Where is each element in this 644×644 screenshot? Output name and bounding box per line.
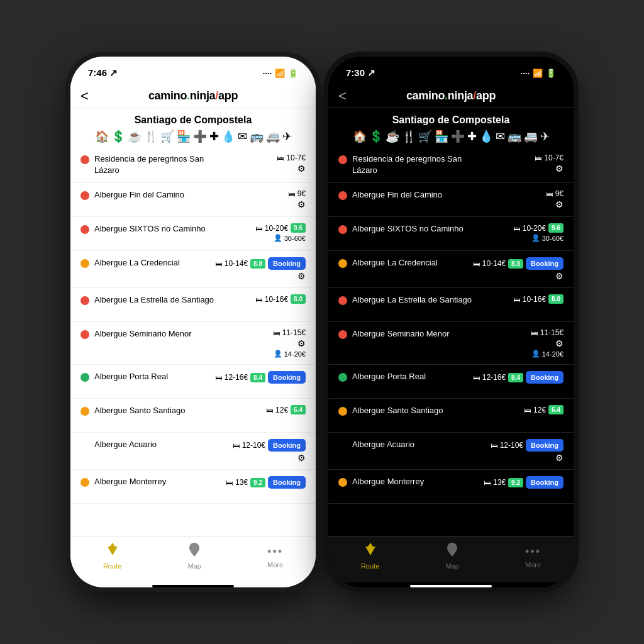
status-dot bbox=[80, 259, 89, 268]
bed-icon: 🛏 bbox=[524, 406, 531, 414]
booking-button[interactable]: Booking bbox=[268, 257, 306, 270]
booking-button[interactable]: Booking bbox=[526, 371, 564, 384]
tab-route[interactable]: Route bbox=[361, 541, 379, 570]
back-button[interactable]: < bbox=[338, 88, 347, 104]
amenity-icon: ➕ bbox=[193, 130, 207, 143]
amenity-icon: 💧 bbox=[479, 130, 493, 143]
list-item[interactable]: Residencia de peregrinos San Lázaro 🛏 10… bbox=[70, 147, 316, 183]
tab-route[interactable]: Route bbox=[103, 541, 121, 570]
price-row: 🛏 12-10€ Booking bbox=[233, 439, 306, 452]
list-item[interactable]: Albergue Seminario Menor 🛏 11-15€ ⚙ 👤14-… bbox=[70, 322, 316, 365]
amenity-icon: ✈ bbox=[540, 130, 550, 143]
list-item[interactable]: Residencia de peregrinos San Lázaro 🛏 10… bbox=[328, 147, 574, 183]
status-dot bbox=[338, 296, 347, 305]
list-container[interactable]: Residencia de peregrinos San Lázaro 🛏 10… bbox=[70, 147, 316, 536]
tab-map[interactable]: Map bbox=[187, 541, 202, 570]
status-dot bbox=[80, 373, 89, 382]
amenity-icon: 🛒 bbox=[418, 130, 432, 143]
price-row: 🛏 12-10€ Booking bbox=[491, 439, 564, 452]
list-item[interactable]: Albergue SIXTOS no Caminho 🛏 10-20€ 9.6 … bbox=[70, 217, 316, 251]
status-dot bbox=[338, 330, 347, 339]
bed-icon: 🛏 bbox=[546, 190, 553, 197]
tab-more[interactable]: ••• More bbox=[267, 543, 283, 569]
price-row: 🛏 10-16€ 8.0 bbox=[255, 294, 306, 304]
price-text: 12-10€ bbox=[242, 441, 265, 450]
signal-dots: ···· bbox=[263, 69, 272, 78]
bed-icon: 🛏 bbox=[513, 296, 520, 303]
wifi-icon: 📶 bbox=[533, 69, 543, 78]
bed-icon: 🛏 bbox=[233, 441, 240, 449]
list-item[interactable]: Albergue La Estrella de Santiago 🛏 10-16… bbox=[328, 288, 574, 322]
rating-badge: 8.0 bbox=[291, 294, 306, 304]
list-item[interactable]: Albergue Santo Santiago 🛏 12€ 6.4 bbox=[70, 399, 316, 433]
price-text: 10-20€ bbox=[265, 224, 288, 233]
booking-button[interactable]: Booking bbox=[268, 476, 306, 489]
bed-icon: 🛏 bbox=[215, 260, 222, 267]
app-title: camino.ninja/app bbox=[148, 89, 238, 103]
status-dot bbox=[80, 155, 89, 164]
status-dot bbox=[338, 407, 347, 416]
list-item[interactable]: Albergue SIXTOS no Caminho 🛏 10-20€ 9.6 … bbox=[328, 217, 574, 251]
item-name: Albergue Acuario bbox=[94, 439, 226, 450]
list-item[interactable]: Albergue Acuario 🛏 12-10€ Booking ⚙ bbox=[328, 433, 574, 470]
booking-button[interactable]: Booking bbox=[526, 257, 564, 270]
signal-dots: ···· bbox=[521, 69, 530, 78]
item-details: 🛏 11-15€ ⚙ 👤14-20€ bbox=[230, 328, 306, 358]
list-container[interactable]: Residencia de peregrinos San Lázaro 🛏 10… bbox=[328, 147, 574, 536]
booking-button[interactable]: Booking bbox=[268, 439, 306, 452]
tab-more[interactable]: ••• More bbox=[525, 543, 541, 569]
list-item[interactable]: Albergue Porta Real 🛏 12-16€ 8.4 Booking bbox=[70, 365, 316, 399]
item-name: Albergue La Estrella de Santiago bbox=[94, 294, 226, 306]
item-name: Albergue La Credencial bbox=[352, 257, 469, 269]
status-bar: 7:46 ↗ ···· 📶 🔋 bbox=[70, 57, 316, 84]
price-row: 🛏 13€ 9.2 Booking bbox=[484, 476, 564, 489]
item-name: Albergue Fin del Camino bbox=[352, 189, 484, 201]
tab-label-route: Route bbox=[103, 562, 121, 570]
rating-badge: 8.4 bbox=[250, 373, 265, 382]
price-row: 🛏 10-7€ bbox=[535, 153, 564, 162]
amenity-icon: ☕ bbox=[128, 130, 142, 143]
item-details: 🛏 12-16€ 8.4 Booking bbox=[473, 371, 564, 384]
battery-icon: 🔋 bbox=[288, 69, 298, 78]
amenity-icon: 🏠 bbox=[353, 130, 367, 143]
price-text: 13€ bbox=[493, 478, 506, 487]
tab-map[interactable]: Map bbox=[445, 541, 460, 570]
item-name: Albergue Porta Real bbox=[94, 371, 211, 382]
wifi-indicator: ⚙ bbox=[297, 164, 306, 174]
list-item[interactable]: Albergue Fin del Camino 🛏 9€ ⚙ bbox=[328, 183, 574, 217]
tab-icon-more: ••• bbox=[267, 543, 283, 559]
list-item[interactable]: Albergue La Estrella de Santiago 🛏 10-16… bbox=[70, 288, 316, 322]
list-item[interactable]: Albergue Fin del Camino 🛏 9€ ⚙ bbox=[70, 183, 316, 217]
back-button[interactable]: < bbox=[80, 88, 89, 104]
rating-badge: 8.8 bbox=[250, 259, 265, 269]
phone-dark: 7:30 ↗ ···· 📶 🔋 < camino.ninja/app Santi… bbox=[328, 57, 574, 587]
list-item[interactable]: Albergue Acuario 🛏 12-10€ Booking ⚙ bbox=[70, 433, 316, 470]
list-item[interactable]: Albergue La Credencial 🛏 10-14€ 8.8 Book… bbox=[328, 251, 574, 288]
list-item[interactable]: Albergue Santo Santiago 🛏 12€ 6.4 bbox=[328, 399, 574, 433]
price-row: 🛏 12-16€ 8.4 Booking bbox=[473, 371, 564, 384]
bed-icon: 🛏 bbox=[473, 260, 480, 267]
battery-icon: 🔋 bbox=[546, 69, 556, 78]
booking-button[interactable]: Booking bbox=[526, 476, 564, 489]
tab-label-map: Map bbox=[187, 562, 201, 570]
booking-button[interactable]: Booking bbox=[526, 439, 564, 452]
list-item[interactable]: Albergue Monterrey 🛏 13€ 9.2 Booking bbox=[70, 470, 316, 504]
booking-button[interactable]: Booking bbox=[268, 371, 306, 384]
amenity-icon: 🏪 bbox=[177, 130, 191, 143]
list-item[interactable]: Albergue Porta Real 🛏 12-16€ 8.4 Booking bbox=[328, 365, 574, 399]
price-text: 10-7€ bbox=[544, 153, 564, 162]
price-text: 12-16€ bbox=[482, 373, 506, 382]
item-details: 🛏 11-15€ ⚙ 👤14-20€ bbox=[488, 328, 564, 358]
item-details: 🛏 13€ 9.2 Booking bbox=[226, 476, 306, 489]
amenity-icon: 🚐 bbox=[266, 130, 280, 143]
bed-icon: 🛏 bbox=[255, 225, 262, 232]
price-row: 🛏 9€ bbox=[546, 189, 564, 198]
list-item[interactable]: Albergue Monterrey 🛏 13€ 9.2 Booking bbox=[328, 470, 574, 504]
amenity-icon: 🚌 bbox=[508, 130, 521, 143]
amenity-icon: 🚌 bbox=[250, 130, 264, 143]
item-name: Albergue Porta Real bbox=[352, 371, 469, 382]
price-text: 11-15€ bbox=[540, 328, 564, 337]
list-item[interactable]: Albergue La Credencial 🛏 10-14€ 8.8 Book… bbox=[70, 251, 316, 288]
list-item[interactable]: Albergue Seminario Menor 🛏 11-15€ ⚙ 👤14-… bbox=[328, 322, 574, 365]
bed-icon: 🛏 bbox=[255, 296, 262, 303]
